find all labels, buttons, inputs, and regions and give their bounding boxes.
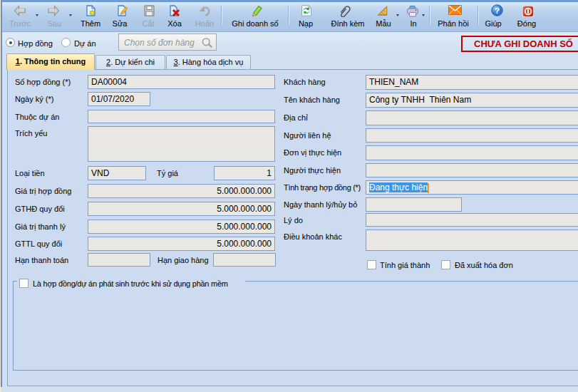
svg-text:?: ? — [495, 6, 500, 15]
